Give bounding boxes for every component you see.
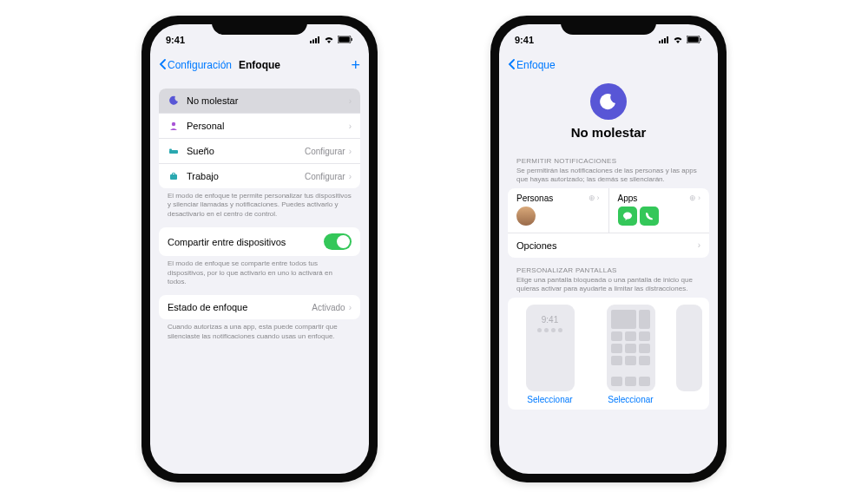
back-button[interactable]: Enfoque <box>508 59 556 72</box>
phone-left: 9:41 Configuración Enfoque <box>141 16 378 482</box>
back-label: Configuración <box>168 59 232 71</box>
row-label: Trabajo <box>187 171 305 181</box>
contact-avatar <box>516 207 536 226</box>
chevron-right-icon: › <box>349 172 352 181</box>
status-group: Estado de enfoque Activado › <box>159 295 360 319</box>
preview-dock <box>611 377 651 386</box>
focus-row-work[interactable]: Trabajo Configurar › <box>159 164 360 188</box>
signal-icon <box>659 35 669 45</box>
svg-rect-5 <box>339 36 350 43</box>
screen-left: 9:41 Configuración Enfoque <box>150 24 369 474</box>
select-home-button[interactable]: Seleccionar <box>608 395 653 404</box>
screens-sub: Elige una pantalla bloqueada o una panta… <box>508 276 709 298</box>
chevron-right-icon: › <box>349 121 352 131</box>
svg-rect-17 <box>687 36 699 43</box>
battery-icon <box>338 35 353 45</box>
preview-widgets <box>530 328 570 332</box>
focus-status-row[interactable]: Estado de enfoque Activado › <box>159 295 360 319</box>
svg-rect-13 <box>661 40 663 44</box>
footer-status: Cuando autorizas a una app, esta puede c… <box>159 319 360 341</box>
chevron-right-icon: › <box>349 147 352 156</box>
chevron-right-icon: › <box>698 240 700 250</box>
notch <box>561 16 656 35</box>
options-row[interactable]: Opciones › <box>508 233 709 258</box>
briefcase-icon <box>168 170 180 182</box>
screens-group: 9:41 Seleccionar <box>508 298 709 410</box>
svg-rect-6 <box>352 38 352 41</box>
people-label: Personas <box>516 194 553 203</box>
svg-rect-12 <box>659 41 661 43</box>
notch <box>212 16 307 35</box>
home-screen-preview: Seleccionar <box>594 305 667 404</box>
focus-row-no-molestar[interactable]: No molestar › <box>159 89 360 114</box>
focus-row-personal[interactable]: Personal › <box>159 114 360 139</box>
row-value: Configurar <box>305 172 345 181</box>
people-actions: ⊕ › <box>589 194 600 202</box>
row-label: Sueño <box>187 146 305 156</box>
svg-point-7 <box>172 122 175 126</box>
battery-icon <box>687 35 702 45</box>
back-button[interactable]: Configuración <box>159 59 232 72</box>
svg-rect-8 <box>169 150 178 154</box>
svg-rect-9 <box>169 149 172 151</box>
status-value: Activado <box>312 303 345 312</box>
hero-moon-icon <box>590 83 627 120</box>
hero: No molestar <box>499 80 718 148</box>
svg-rect-11 <box>173 174 175 175</box>
focus-row-sleep[interactable]: Sueño Configurar › <box>159 139 360 164</box>
lock-screen-preview: 9:41 Seleccionar <box>513 305 587 404</box>
person-icon <box>168 120 180 132</box>
chevron-left-icon <box>508 59 515 72</box>
wifi-icon <box>324 35 334 45</box>
nav-bar: Enfoque <box>499 50 718 80</box>
moon-icon <box>168 95 180 107</box>
row-label: Personal <box>187 121 349 131</box>
status-indicators <box>659 35 702 45</box>
svg-rect-1 <box>312 40 314 44</box>
footer-share: El modo de enfoque se comparte entre tod… <box>159 256 360 286</box>
nav-bar: Configuración Enfoque + <box>150 50 369 80</box>
apps-label: Apps <box>618 194 638 203</box>
lock-screen-thumb[interactable]: 9:41 <box>526 305 575 391</box>
hero-title: No molestar <box>499 125 718 140</box>
svg-rect-0 <box>310 41 312 43</box>
extra-preview <box>674 305 704 404</box>
options-label: Opciones <box>516 240 556 251</box>
svg-rect-18 <box>700 38 701 41</box>
select-lock-button[interactable]: Seleccionar <box>527 395 572 404</box>
svg-point-19 <box>623 212 632 219</box>
content: PERMITIR NOTIFICACIONES Se permitirán la… <box>499 148 718 410</box>
status-time: 9:41 <box>166 35 185 45</box>
allow-header: PERMITIR NOTIFICACIONES <box>508 148 709 167</box>
preview-app-grid <box>611 310 651 365</box>
svg-rect-2 <box>315 38 317 43</box>
footer-modes: El modo de enfoque te permite personaliz… <box>159 188 360 219</box>
svg-rect-14 <box>664 38 666 43</box>
apps-cell[interactable]: Apps ⊕ › <box>609 188 710 233</box>
chevron-right-icon: › <box>349 96 352 106</box>
home-screen-thumb[interactable] <box>607 305 655 391</box>
share-toggle[interactable] <box>324 233 352 250</box>
phone-right: 9:41 Enfoque <box>490 16 727 482</box>
back-label: Enfoque <box>516 59 556 71</box>
row-label: No molestar <box>187 95 349 106</box>
apps-actions: ⊕ › <box>689 194 700 202</box>
preview-time: 9:41 <box>530 315 570 325</box>
screens-header: PERSONALIZAR PANTALLAS <box>508 258 709 276</box>
content: No molestar › Personal › Sueño Configura… <box>150 89 369 341</box>
svg-rect-15 <box>667 36 668 43</box>
gear-icon: ⊕ <box>689 194 696 202</box>
chevron-right-icon: › <box>349 303 352 312</box>
status-indicators <box>310 35 353 45</box>
chevron-left-icon <box>159 59 166 72</box>
status-label: Estado de enfoque <box>168 302 312 312</box>
screen-right: 9:41 Enfoque <box>499 24 718 474</box>
allow-sub: Se permitirán las notificaciones de las … <box>508 167 709 188</box>
add-button[interactable]: + <box>351 56 360 75</box>
page-title: Enfoque <box>239 59 280 71</box>
messages-app-icon <box>618 207 637 226</box>
wifi-icon <box>673 35 683 45</box>
extra-thumb[interactable] <box>676 305 702 391</box>
people-cell[interactable]: Personas ⊕ › <box>508 188 609 233</box>
phone-app-icon <box>640 207 659 226</box>
